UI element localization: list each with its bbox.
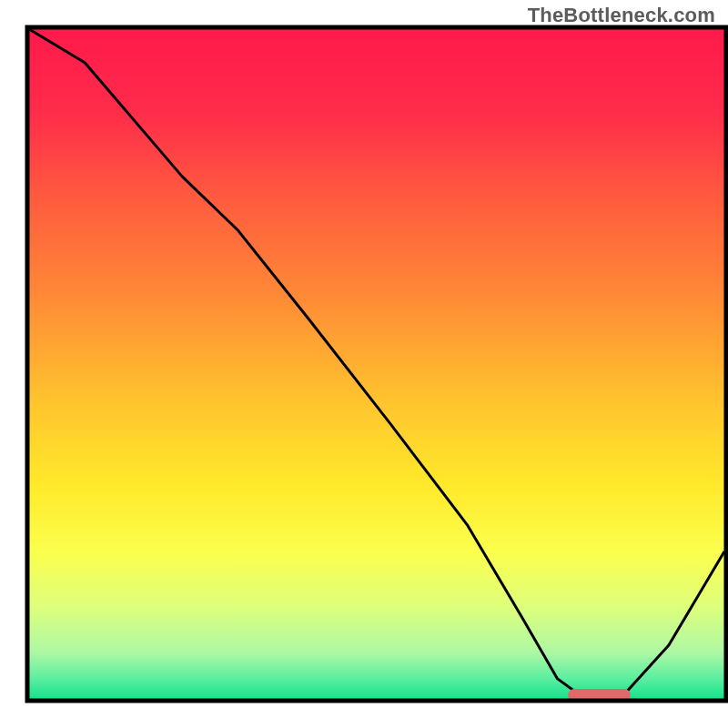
chart-frame: TheBottleneck.com: [0, 0, 728, 728]
bottleneck-plot: [0, 0, 728, 728]
gradient-background: [29, 29, 724, 699]
